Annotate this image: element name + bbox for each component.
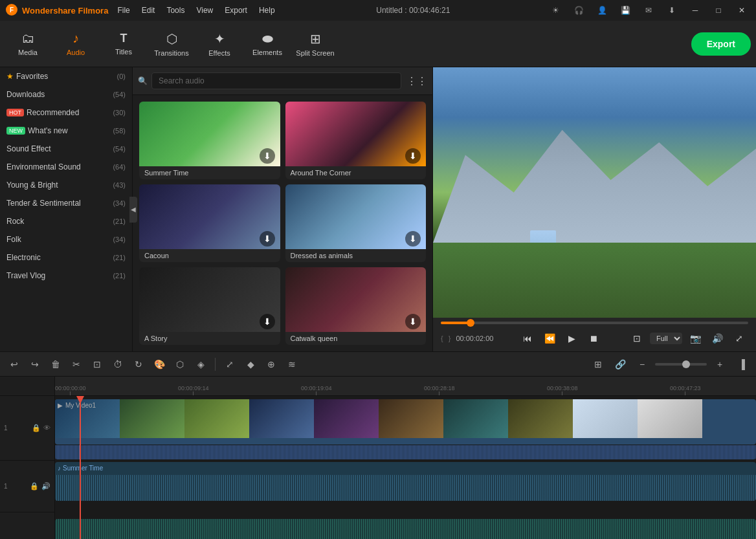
speed-button[interactable]: ⏱: [109, 355, 127, 373]
audio-clip-bar-1[interactable]: ♪ Summer Time: [55, 462, 756, 501]
audio-clip-bar-2[interactable]: [55, 519, 756, 539]
headphone-icon[interactable]: 🎧: [570, 1, 588, 19]
sidebar-item-whats-new[interactable]: NEW What's new (58): [0, 122, 132, 140]
close-button[interactable]: ✕: [733, 1, 751, 19]
audio-card-summer-time[interactable]: Summer Time ⬇: [139, 102, 280, 179]
audio-card-cacoun[interactable]: Cacoun ⬇: [139, 184, 280, 262]
ruler-tick-3: 00:00:28:18: [424, 385, 455, 395]
toolbar-effects[interactable]: ✦ Effects: [197, 25, 242, 63]
sidebar-item-travel-vlog[interactable]: Travel Vlog (21): [0, 267, 132, 285]
redo-button[interactable]: ↪: [26, 355, 44, 373]
ruler-spacer: [0, 377, 54, 396]
panel-collapse-button[interactable]: ◀: [129, 197, 137, 223]
stabilize-button[interactable]: ⬡: [171, 355, 189, 373]
download-dressed-animals-button[interactable]: ⬇: [405, 231, 421, 247]
audio-card-around-the-corner[interactable]: Around The Corner ⬇: [285, 102, 427, 179]
audio-stretch-button[interactable]: ≋: [283, 355, 301, 373]
audio-mute-icon[interactable]: 🔊: [41, 482, 50, 490]
quality-select[interactable]: Full 1/2 1/4: [650, 333, 682, 344]
account-icon[interactable]: 👤: [593, 1, 611, 19]
preview-video: [433, 67, 756, 318]
delete-button[interactable]: 🗑: [47, 355, 65, 373]
download-a-story-button[interactable]: ⬇: [260, 314, 275, 329]
theme-icon[interactable]: ☀: [546, 1, 564, 19]
volume-button[interactable]: 🔊: [708, 329, 726, 347]
video-clip-bar[interactable]: ▶ My Video1: [55, 399, 756, 445]
zoom-out-button[interactable]: −: [633, 355, 651, 373]
sidebar-item-sound-effect[interactable]: Sound Effect (54): [0, 140, 132, 158]
save-icon[interactable]: 💾: [616, 1, 634, 19]
menu-tools[interactable]: Tools: [161, 5, 190, 16]
menu-file[interactable]: File: [112, 5, 135, 16]
titlebar: F Wondershare Filmora File Edit Tools Vi…: [0, 0, 756, 21]
folk-label: Folk: [6, 235, 113, 244]
zoom-slider-handle[interactable]: [682, 360, 690, 368]
eye-icon[interactable]: 👁: [43, 424, 50, 432]
download-around-corner-button[interactable]: ⬇: [405, 148, 421, 164]
menu-help[interactable]: Help: [254, 5, 280, 16]
downloads-count: (54): [113, 91, 126, 98]
fullscreen-button[interactable]: ⤢: [730, 329, 748, 347]
zoom-in-button[interactable]: +: [711, 355, 729, 373]
rewind-button[interactable]: ⏮: [518, 329, 537, 347]
favorites-label: Favorites: [16, 72, 117, 81]
search-input[interactable]: [151, 72, 401, 89]
download-cacoun-button[interactable]: ⬇: [260, 231, 275, 247]
export-button[interactable]: Export: [691, 32, 751, 56]
menu-export[interactable]: Export: [219, 5, 252, 16]
timeline-ruler[interactable]: 00:00:00:00 00:00:09:14 00:00:19:04 00:0…: [55, 377, 756, 396]
maximize-button[interactable]: □: [709, 1, 728, 19]
audio-lock-icon[interactable]: 🔒: [30, 482, 39, 490]
preview-progress-bar[interactable]: [441, 322, 748, 324]
sidebar-item-recommended[interactable]: HOT Recommended (30): [0, 104, 132, 122]
link-button[interactable]: 🔗: [611, 355, 629, 373]
menu-edit[interactable]: Edit: [137, 5, 161, 16]
audio-clip-label-1: ♪ Summer Time: [58, 465, 103, 472]
lock-icon[interactable]: 🔒: [32, 424, 41, 432]
sidebar-item-downloads[interactable]: Downloads (54): [0, 85, 132, 104]
play-button[interactable]: ▶: [562, 329, 581, 347]
sidebar-item-young-bright[interactable]: Young & Bright (43): [0, 176, 132, 194]
audio-card-dressed-animals[interactable]: Dressed as animals ⬇: [285, 184, 427, 262]
sidebar-item-electronic[interactable]: Electronic (21): [0, 248, 132, 267]
snap-button[interactable]: ⊕: [262, 355, 280, 373]
grid-view-icon[interactable]: ⋮⋮: [406, 75, 427, 87]
sidebar-item-folk[interactable]: Folk (34): [0, 230, 132, 248]
zoom-slider[interactable]: [655, 363, 707, 366]
notification-icon[interactable]: ✉: [639, 1, 658, 19]
sidebar-item-rock[interactable]: Rock (21): [0, 212, 132, 230]
download-summer-time-button[interactable]: ⬇: [260, 148, 275, 164]
screenshot-button[interactable]: 📷: [686, 329, 704, 347]
audio-card-a-story[interactable]: A Story ⬇: [139, 267, 280, 345]
fit-button[interactable]: ⤢: [221, 355, 239, 373]
ripple-button[interactable]: ◆: [241, 355, 260, 373]
add-track-button[interactable]: ⊞: [589, 355, 607, 373]
stop-button[interactable]: ⏹: [584, 329, 603, 347]
minimize-button[interactable]: ─: [686, 1, 704, 19]
toolbar-titles[interactable]: T Titles: [101, 25, 146, 63]
ruler-tick-line-5: [685, 391, 685, 395]
video-thumb-3: [184, 399, 249, 438]
toolbar-split-screen[interactable]: ⊞ Split Screen: [293, 25, 338, 63]
menu-view[interactable]: View: [191, 5, 218, 16]
download-icon[interactable]: ⬇: [663, 1, 681, 19]
sidebar-item-favorites[interactable]: ★ Favorites (0): [0, 67, 132, 85]
keyframe-button[interactable]: ◈: [192, 355, 210, 373]
toolbar-audio[interactable]: ♪ Audio: [53, 25, 98, 63]
undo-button[interactable]: ↩: [5, 355, 23, 373]
toolbar-media[interactable]: 🗂 Media: [5, 25, 50, 63]
waveform-button[interactable]: ▐: [733, 355, 751, 373]
prev-frame-button[interactable]: ⏪: [540, 329, 559, 347]
sidebar-item-environmental-sound[interactable]: Environmental Sound (64): [0, 158, 132, 176]
cut-button[interactable]: ✂: [67, 355, 85, 373]
ruler-time-0: 00:00:00:00: [55, 385, 86, 391]
sidebar-item-tender-sentimental[interactable]: Tender & Sentimental (34): [0, 194, 132, 212]
download-catwalk-queen-button[interactable]: ⬇: [405, 314, 421, 329]
audio-card-catwalk-queen[interactable]: Catwalk queen ⬇: [285, 267, 427, 345]
toolbar-transitions[interactable]: ⬡ Transitions: [149, 25, 194, 63]
crop-button[interactable]: ⊡: [88, 355, 106, 373]
color-button[interactable]: 🎨: [150, 355, 168, 373]
fit-screen-button[interactable]: ⊡: [628, 329, 646, 347]
toolbar-elements[interactable]: ⬬ Elements: [245, 25, 290, 63]
rotate-button[interactable]: ↻: [129, 355, 148, 373]
